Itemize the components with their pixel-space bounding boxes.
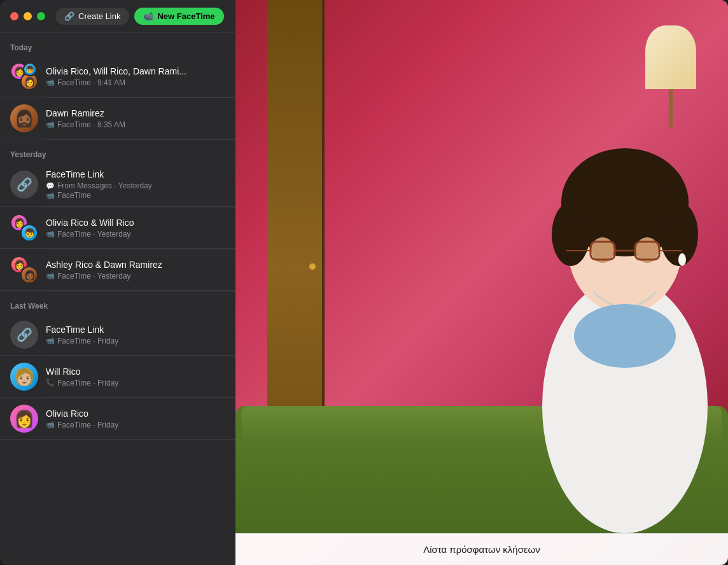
call-detail-will-friday: 📞 FaceTime · Friday: [46, 379, 225, 387]
call-time-link-friday: FaceTime · Friday: [57, 337, 118, 345]
avatar-ashley-dawn: 👩 👩🏾: [10, 256, 38, 284]
video-icon: 📹: [46, 192, 55, 200]
avatar-dawn-ramirez: 🧔🏾‍♀️: [10, 104, 38, 132]
call-name-link: FaceTime Link: [46, 169, 225, 179]
call-info-dawn: Dawn Ramirez 📹 FaceTime · 8:35 AM: [46, 108, 225, 129]
call-time-will-friday: FaceTime · Friday: [57, 379, 118, 387]
create-link-button[interactable]: 🔗 Create Link: [55, 8, 129, 25]
close-button[interactable]: [10, 12, 18, 20]
avatar-will2: 👦: [20, 224, 38, 242]
section-header-today: Today: [0, 33, 235, 56]
call-detail-dawn: 📹 FaceTime · 8:35 AM: [46, 120, 225, 129]
call-item-will-friday[interactable]: 🧑🏼 Will Rico 📞 FaceTime · Friday: [0, 356, 235, 398]
call-name-will-friday: Will Rico: [46, 366, 225, 377]
caption-area: Λίστα πρόσφατων κλήσεων: [235, 533, 728, 565]
call-item-ashley-dawn[interactable]: 👩 👩🏾 Ashley Rico & Dawn Ramirez 📹 FaceTi…: [0, 249, 235, 291]
svg-point-15: [678, 253, 686, 266]
messages-icon: 💬: [46, 182, 55, 190]
new-facetime-label: New FaceTime: [157, 11, 214, 21]
call-item-olivia-friday[interactable]: 👩 Olivia Rico 📹 FaceTime · Friday: [0, 398, 235, 440]
section-header-lastweek: Last Week: [0, 291, 235, 314]
section-lastweek: Last Week 🔗 FaceTime Link 📹 FaceTime · F…: [0, 291, 235, 440]
video-camera-icon: 📹: [143, 11, 153, 21]
call-info-link: FaceTime Link 💬 From Messages · Yesterda…: [46, 169, 225, 200]
call-name-olivia-will: Olivia Rico & Will Rico: [46, 218, 225, 228]
call-item-link-yesterday[interactable]: 🔗 FaceTime Link 💬 From Messages · Yester…: [0, 163, 235, 207]
door-knob: [309, 263, 316, 270]
call-detail-link-facetime: 📹 FaceTime: [46, 191, 225, 200]
section-yesterday: Yesterday 🔗 FaceTime Link 💬 From Message…: [0, 140, 235, 291]
main-content: Λίστα πρόσφατων κλήσεων: [235, 0, 728, 565]
call-detail-link-from: 💬 From Messages · Yesterday: [46, 181, 225, 190]
minimize-button[interactable]: [24, 12, 32, 20]
call-detail-ashley-dawn: 📹 FaceTime · Yesterday: [46, 272, 225, 281]
call-info-ashley-dawn: Ashley Rico & Dawn Ramirez 📹 FaceTime · …: [46, 260, 225, 281]
call-time: FaceTime · 9:41 AM: [57, 78, 125, 87]
call-name-dawn: Dawn Ramirez: [46, 108, 225, 118]
svg-point-16: [574, 304, 676, 368]
call-name: Olivia Rico, Will Rico, Dawn Rami...: [46, 66, 225, 76]
link-chain-icon2: 🔗: [17, 327, 32, 342]
call-time-olivia-will: FaceTime · Yesterday: [57, 230, 131, 239]
svg-point-7: [657, 186, 689, 225]
section-header-yesterday: Yesterday: [0, 140, 235, 163]
link-chain-icon: 🔗: [17, 177, 32, 192]
phone-icon: 📞: [46, 379, 55, 387]
call-time-dawn: FaceTime · 8:35 AM: [57, 120, 125, 129]
link-icon: 🔗: [64, 11, 74, 21]
sidebar: 🔗 Create Link 📹 New FaceTime Today 👩: [0, 0, 235, 565]
create-link-label: Create Link: [78, 11, 120, 21]
avatar-group: 👩 👩 👦: [10, 62, 38, 90]
call-item-group[interactable]: 👩 👩 👦 Olivia Rico, Will Rico, Dawn Rami.…: [0, 56, 235, 97]
call-time-ashley-dawn: FaceTime · Yesterday: [57, 272, 131, 281]
main-layout: 🔗 Create Link 📹 New FaceTime Today 👩: [0, 0, 728, 565]
link-avatar: 🔗: [10, 171, 38, 199]
call-item-dawn[interactable]: 🧔🏾‍♀️ Dawn Ramirez 📹 FaceTime · 8:35 AM: [0, 98, 235, 139]
call-info-olivia-friday: Olivia Rico 📹 FaceTime · Friday: [46, 408, 225, 429]
avatar-will-friday: 🧑🏼: [10, 363, 38, 391]
caption-text: Λίστα πρόσφατων κλήσεων: [423, 544, 540, 555]
facetime-video: Λίστα πρόσφατων κλήσεων: [235, 0, 728, 565]
call-item-link-friday[interactable]: 🔗 FaceTime Link 📹 FaceTime · Friday: [0, 314, 235, 356]
video-icon: 📹: [46, 230, 55, 238]
call-name-ashley-dawn: Ashley Rico & Dawn Ramirez: [46, 260, 225, 270]
call-info-olivia-will: Olivia Rico & Will Rico 📹 FaceTime · Yes…: [46, 218, 225, 239]
video-icon: 📹: [46, 337, 55, 345]
call-from: From Messages · Yesterday: [57, 181, 152, 190]
video-icon: 📹: [46, 421, 55, 429]
call-time-olivia-friday: FaceTime · Friday: [57, 421, 118, 429]
call-detail: 📹 FaceTime · 9:41 AM: [46, 78, 225, 87]
app-window: 🔗 Create Link 📹 New FaceTime Today 👩: [0, 0, 728, 565]
call-info-group: Olivia Rico, Will Rico, Dawn Rami... 📹 F…: [46, 66, 225, 87]
call-detail-olivia-will: 📹 FaceTime · Yesterday: [46, 230, 225, 239]
call-item-olivia-will[interactable]: 👩 👦 Olivia Rico & Will Rico 📹 FaceTime ·…: [0, 207, 235, 249]
video-icon: 📹: [46, 272, 55, 280]
call-facetime: FaceTime: [57, 191, 91, 200]
svg-point-6: [561, 186, 593, 225]
traffic-lights: [10, 12, 45, 20]
new-facetime-button[interactable]: 📹 New FaceTime: [134, 8, 223, 25]
lamp-shade: [645, 25, 696, 89]
video-icon: 📹: [46, 78, 55, 87]
avatar-olivia-will: 👩 👦: [10, 214, 38, 242]
avatar-dawn2: 👩🏾: [20, 266, 38, 284]
avatar-olivia-friday: 👩: [10, 405, 38, 433]
call-info-link-friday: FaceTime Link 📹 FaceTime · Friday: [46, 324, 225, 345]
person-figure: [466, 101, 728, 533]
section-today: Today 👩 👩 👦 Olivia Rico, Will Rico, Dawn…: [0, 33, 235, 140]
call-name-link-friday: FaceTime Link: [46, 324, 225, 335]
title-bar: 🔗 Create Link 📹 New FaceTime: [0, 0, 235, 33]
link-avatar-friday: 🔗: [10, 321, 38, 349]
call-detail-olivia-friday: 📹 FaceTime · Friday: [46, 421, 225, 429]
toolbar-buttons: 🔗 Create Link 📹 New FaceTime: [55, 8, 224, 25]
avatar-will: 👦: [23, 62, 37, 76]
call-name-olivia-friday: Olivia Rico: [46, 408, 225, 419]
call-detail-link-friday: 📹 FaceTime · Friday: [46, 337, 225, 345]
maximize-button[interactable]: [37, 12, 45, 20]
video-icon: 📹: [46, 120, 55, 129]
call-info-will-friday: Will Rico 📞 FaceTime · Friday: [46, 366, 225, 387]
